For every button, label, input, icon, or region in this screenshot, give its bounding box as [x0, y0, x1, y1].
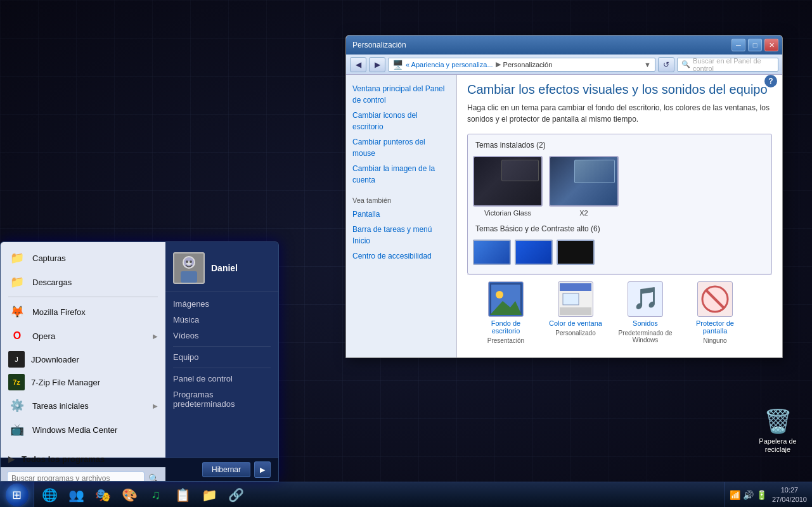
start-item-firefox[interactable]: 🦊 Mozilla Firefox [1, 300, 165, 324]
capturas-icon: 📁 [8, 249, 26, 267]
tray-volume-icon[interactable]: 🔊 [743, 490, 754, 500]
start-item-descargas[interactable]: 📁 Descargas [1, 270, 165, 294]
taskbar-icon-users[interactable]: 👥 [63, 484, 89, 506]
theme-mini-blue2[interactable] [515, 240, 553, 265]
also-see-title: Vea también [352, 196, 450, 204]
hibernate-button[interactable]: Hibernar [202, 462, 250, 477]
start-right-equipo[interactable]: Equipo [165, 349, 278, 365]
sidebar-link-accesibilidad[interactable]: Centro de accesibilidad [352, 250, 450, 262]
start-search-icon[interactable]: 🔍 [148, 473, 159, 482]
theme-mini-dark[interactable] [557, 240, 595, 265]
right-separator-1 [173, 346, 271, 347]
refresh-button[interactable]: ↺ [658, 57, 674, 72]
theme-x2[interactable]: X2 [549, 156, 619, 217]
search-icon: 🔍 [681, 60, 690, 68]
taskbar-icon-media[interactable]: 🎭 [90, 484, 115, 506]
search-bar[interactable]: 🔍 Buscar en el Panel de control [677, 58, 778, 72]
themes-basic-row [473, 240, 766, 265]
taskbar-clock[interactable]: 10:27 27/04/2010 [772, 485, 807, 504]
start-item-media-center[interactable]: 📺 Windows Media Center [1, 418, 165, 442]
custom-color[interactable]: Color de ventana Personalizado [547, 281, 604, 337]
start-menu-top: 📁 Capturas 📁 Descargas 🦊 Mozilla Firefox… [1, 242, 278, 458]
descargas-icon: 📁 [8, 273, 26, 291]
fondo-icon [488, 281, 524, 317]
start-menu: 📁 Capturas 📁 Descargas 🦊 Mozilla Firefox… [0, 241, 279, 482]
start-orb: ⊞ [6, 484, 29, 506]
protector-sublabel: Ninguno [703, 337, 726, 344]
search-placeholder: Buscar en el Panel de control [693, 57, 774, 72]
breadcrumb-part1[interactable]: « Apariencia y personaliza... [406, 61, 493, 68]
sonidos-sublabel: Predeterminado de Windows [617, 330, 674, 343]
breadcrumb-part2: Personalización [503, 61, 553, 68]
window-title: Personalización [350, 41, 729, 49]
taskbar-icon-paint[interactable]: 🎨 [117, 484, 142, 506]
help-button[interactable]: ? [764, 75, 777, 87]
color-label[interactable]: Color de ventana [549, 319, 602, 327]
maximize-button[interactable]: □ [748, 39, 762, 51]
start-right-musica[interactable]: Música [165, 312, 278, 328]
taskbar-icon-spotify[interactable]: ♫ [143, 484, 169, 506]
sidebar-link-barra-tareas[interactable]: Barra de tareas y menú Inicio [352, 223, 450, 247]
start-right-videos[interactable]: Vídeos [165, 328, 278, 343]
sidebar-link-iconos[interactable]: Cambiar iconos del escritorio [352, 109, 450, 133]
opera-icon: O [8, 327, 26, 345]
start-item-7zip[interactable]: 7z 7-Zip File Manager [1, 371, 165, 394]
taskbar-icon-folder[interactable]: 📁 [197, 484, 222, 506]
breadcrumb-dropdown-icon[interactable]: ▼ [644, 61, 651, 68]
windows-logo: ⊞ [12, 488, 22, 502]
tray-network-icon[interactable]: 📶 [730, 490, 740, 500]
theme-x2-preview [549, 156, 619, 207]
jdownloader-icon: J [8, 351, 25, 368]
custom-sonidos[interactable]: 🎵 Sonidos Predeterminado de Windows [617, 281, 674, 343]
sidebar-link-pantalla[interactable]: Pantalla [352, 208, 450, 221]
power-arrow-button[interactable]: ▶ [254, 461, 271, 478]
minimize-button[interactable]: ─ [731, 39, 745, 51]
taskbar: ⊞ 🌐 👥 🎭 🎨 ♫ 📋 📁 🔗 📶 🔊 🔋 10:27 27/04/2010 [0, 482, 812, 507]
protector-label[interactable]: Protector de pantalla [686, 319, 744, 335]
sidebar-link-imagen-cuenta[interactable]: Cambiar la imagen de la cuenta [352, 162, 450, 186]
fondo-label[interactable]: Fondo de escritorio [477, 319, 534, 335]
start-menu-programs: 📁 Capturas 📁 Descargas 🦊 Mozilla Firefox… [1, 242, 165, 446]
tray-battery-icon[interactable]: 🔋 [756, 490, 767, 500]
start-right-programas-pred[interactable]: Programas predeterminados [165, 387, 278, 412]
window-main: Cambiar los efectos visuales y los sonid… [457, 75, 782, 357]
taskbar-right: 📶 🔊 🔋 10:27 27/04/2010 [724, 482, 812, 507]
start-search-input[interactable] [7, 472, 145, 482]
window-sidebar: Ventana principal del Panel de control C… [346, 75, 457, 357]
start-button[interactable]: ⊞ [0, 482, 34, 508]
start-item-all-programs[interactable]: ▶ Todos los programas [1, 451, 165, 467]
theme-mini-blue[interactable] [473, 240, 511, 265]
jdownloader-label: JDownloader [31, 355, 79, 364]
recycle-bin-icon[interactable]: 🗑️ Papelera de reciclaje [752, 406, 803, 456]
theme-victorian[interactable]: Victorian Glass [473, 156, 543, 217]
close-button[interactable]: ✕ [764, 39, 778, 51]
back-button[interactable]: ◀ [350, 57, 366, 72]
start-item-capturas[interactable]: 📁 Capturas [1, 246, 165, 270]
7zip-icon: 7z [8, 374, 25, 390]
descargas-label: Descargas [32, 278, 72, 287]
recycle-bin-label: Papelera de reciclaje [759, 437, 796, 454]
taskbar-icon-chrome[interactable]: 🌐 [37, 484, 62, 506]
taskbar-icon-network[interactable]: 🔗 [223, 484, 248, 506]
tareas-icon: ⚙️ [8, 397, 26, 414]
start-right-imagenes[interactable]: Imágenes [165, 296, 278, 312]
custom-fondo[interactable]: Fondo de escritorio Presentación [477, 281, 534, 344]
sonidos-label[interactable]: Sonidos [633, 319, 658, 327]
start-right-panel-control[interactable]: Panel de control [165, 371, 278, 387]
start-item-opera[interactable]: O Opera ▶ [1, 324, 165, 348]
start-menu-left: 📁 Capturas 📁 Descargas 🦊 Mozilla Firefox… [1, 242, 165, 458]
svg-rect-13 [563, 293, 579, 305]
start-item-tareas[interactable]: ⚙️ Tareas iniciales ▶ [1, 394, 165, 418]
right-separator-2 [173, 368, 271, 368]
all-programs-icon: ▶ [8, 454, 15, 464]
tareas-arrow: ▶ [153, 402, 158, 409]
custom-protector[interactable]: Protector de pantalla Ninguno [686, 281, 744, 344]
sidebar-link-punteros[interactable]: Cambiar punteros del mouse [352, 136, 450, 160]
forward-button[interactable]: ▶ [369, 57, 385, 72]
taskbar-icon-files1[interactable]: 📋 [170, 484, 195, 506]
firefox-label: Mozilla Firefox [32, 307, 86, 317]
start-item-jdownloader[interactable]: J JDownloader [1, 348, 165, 371]
sidebar-link-ventana-principal[interactable]: Ventana principal del Panel de control [352, 82, 450, 106]
sonidos-icon: 🎵 [628, 281, 663, 317]
start-menu-separator-1 [8, 297, 158, 297]
